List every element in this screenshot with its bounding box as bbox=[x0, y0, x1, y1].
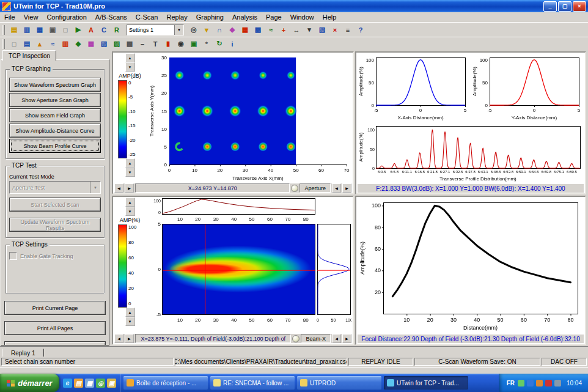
tray-icon-green[interactable] bbox=[518, 380, 524, 386]
save-project-icon[interactable]: ▥ bbox=[21, 24, 33, 35]
layout-icon[interactable]: ≡ bbox=[342, 24, 354, 35]
menu-analysis[interactable]: Analysis bbox=[228, 13, 262, 21]
tray-icon-blue[interactable] bbox=[527, 380, 534, 386]
menu-page[interactable]: Page bbox=[262, 13, 286, 21]
menu-view[interactable]: View bbox=[20, 13, 43, 21]
ie-icon[interactable]: e bbox=[63, 379, 72, 388]
start-button[interactable]: démarrer bbox=[0, 374, 59, 392]
surface-icon[interactable]: ▦ bbox=[85, 39, 97, 49]
scroll-down-button[interactable]: ▼ bbox=[125, 317, 135, 326]
show-waveform-spectrum-graph-button[interactable]: Show Waveform Spectrum Graph bbox=[9, 78, 101, 92]
text-tool-icon[interactable]: T bbox=[149, 39, 161, 49]
show-aperture-scan-graph-button[interactable]: Show Aperture Scan Graph bbox=[9, 93, 101, 107]
x-profile-canvas[interactable] bbox=[358, 54, 470, 122]
selector-prev-button[interactable]: ◀ bbox=[332, 334, 341, 343]
spectrum-icon[interactable]: ≈ bbox=[46, 39, 59, 49]
media-player-icon[interactable]: ◎ bbox=[96, 379, 105, 388]
chevron-down-icon[interactable]: ▼ bbox=[174, 25, 183, 35]
settings-combobox[interactable]: Settings 1▼ bbox=[127, 24, 184, 35]
export-image-icon[interactable]: ▣ bbox=[188, 39, 200, 49]
pan-right-button[interactable]: ▶ bbox=[125, 183, 134, 193]
info-icon[interactable]: i bbox=[226, 39, 238, 49]
open-project-icon[interactable]: ▤ bbox=[8, 24, 20, 35]
snapshot-icon[interactable]: ◉ bbox=[175, 39, 187, 49]
minimize-button[interactable]: _ bbox=[543, 1, 557, 12]
show-beam-field-graph-button[interactable]: Show Beam Field Graph bbox=[9, 108, 101, 122]
crosshair-icon[interactable]: + bbox=[277, 24, 290, 35]
settings-icon[interactable]: * bbox=[200, 39, 213, 49]
menu-graphing[interactable]: Graphing bbox=[192, 13, 228, 21]
save-all-icon[interactable]: ▦ bbox=[34, 24, 46, 35]
scroll-down-button[interactable]: ▼ bbox=[125, 207, 135, 216]
scroll-up-button[interactable]: ▲ bbox=[125, 198, 135, 207]
show-beam-profile-curve-button[interactable]: Show Beam Profile Curve bbox=[9, 139, 101, 153]
y-profile-canvas[interactable] bbox=[471, 54, 584, 122]
save-all-pages-as-images-button[interactable]: Save All Pages as Images bbox=[4, 341, 106, 346]
contour-icon[interactable]: ▧ bbox=[98, 39, 110, 49]
report-icon[interactable]: ▧ bbox=[316, 24, 328, 35]
marker-icon[interactable]: ▾ bbox=[303, 24, 315, 35]
menu-configuration[interactable]: Configuration bbox=[42, 13, 90, 21]
scroll-down-button[interactable]: ▼ bbox=[125, 168, 135, 177]
pan-icon[interactable]: ↔ bbox=[290, 24, 303, 35]
pan-right-button[interactable]: ▶ bbox=[125, 334, 134, 343]
c-scan-icon[interactable]: C bbox=[98, 24, 110, 35]
clock[interactable]: 10:04 bbox=[567, 380, 582, 386]
pan-left-button[interactable]: ◀ bbox=[114, 183, 123, 193]
update-waveform-spectrum-results-button[interactable]: Update Waveform Spectrum Results bbox=[9, 218, 101, 232]
task-snecma-mail[interactable]: RE: SNECMA - follow ... bbox=[210, 376, 295, 390]
menu-window[interactable]: Window bbox=[286, 13, 318, 21]
waveform-view-icon[interactable]: ≈ bbox=[265, 24, 277, 35]
show-desktop-icon[interactable]: ▦ bbox=[85, 379, 94, 388]
beam-profile-icon[interactable]: ◆ bbox=[72, 39, 84, 49]
scroll-up-button[interactable]: ▲ bbox=[125, 53, 135, 62]
maximize-button[interactable]: ▢ bbox=[558, 1, 571, 12]
chevron-down-icon[interactable]: ▼ bbox=[90, 182, 100, 193]
scroll-up-button[interactable]: ▲ bbox=[125, 158, 135, 168]
pan-left-button[interactable]: ◀ bbox=[114, 334, 123, 343]
cscan-view-icon[interactable]: ▦ bbox=[239, 24, 251, 35]
test-mode-select[interactable]: Aperture Test ▼ bbox=[9, 181, 101, 194]
mail-icon[interactable]: ▤ bbox=[74, 379, 83, 388]
tray-icon-gray[interactable] bbox=[554, 380, 561, 386]
a-scan-icon[interactable]: A bbox=[85, 24, 97, 35]
aperture-view-selector[interactable]: Aperture bbox=[300, 183, 331, 193]
print-current-page-button[interactable]: Print Current Page bbox=[4, 301, 106, 315]
grid-icon[interactable]: ▩ bbox=[123, 39, 136, 49]
tray-icon-orange[interactable] bbox=[536, 380, 543, 386]
folder-icon[interactable]: ▣ bbox=[107, 379, 116, 388]
menu-file[interactable]: File bbox=[0, 13, 20, 21]
show-amplitude-distance-curve-button[interactable]: Show Amplitude-Distance Curve bbox=[9, 124, 101, 138]
color-scale-icon[interactable]: ▮ bbox=[162, 39, 174, 49]
titlebar[interactable]: UTwin for TCP - Trad10M.pro _ ▢ × bbox=[0, 0, 588, 12]
palette-icon[interactable]: ◆ bbox=[226, 24, 238, 35]
tab-tcp-inspection[interactable]: TCP Inspection bbox=[2, 50, 56, 61]
histogram-icon[interactable]: ▥ bbox=[59, 39, 72, 49]
new-page-icon[interactable]: □ bbox=[8, 39, 20, 49]
print-all-pages-button[interactable]: Print All Pages bbox=[4, 321, 106, 335]
transverse-profile-canvas[interactable] bbox=[358, 124, 584, 183]
enable-gate-tracking-checkbox[interactable] bbox=[9, 252, 17, 260]
tray-icon-red[interactable] bbox=[545, 380, 552, 386]
gate-icon[interactable]: ∩ bbox=[213, 24, 226, 35]
print-icon[interactable]: ▣ bbox=[46, 24, 59, 35]
selector-prev-button[interactable]: ◀ bbox=[332, 183, 341, 193]
menu-help[interactable]: Help bbox=[318, 13, 341, 21]
scroll-down-button[interactable]: ▼ bbox=[125, 62, 135, 72]
filter-icon[interactable]: ▼ bbox=[200, 24, 213, 35]
language-indicator[interactable]: FR bbox=[507, 380, 515, 386]
selector-next-button[interactable]: ▶ bbox=[342, 183, 351, 193]
bscan-view-icon[interactable]: ▩ bbox=[252, 24, 264, 35]
menu-replay[interactable]: Replay bbox=[162, 13, 191, 21]
analysis-icon[interactable]: ▲ bbox=[34, 39, 46, 49]
beam-view-selector[interactable]: Beam-X bbox=[301, 334, 331, 343]
replay-icon[interactable]: R bbox=[111, 24, 123, 35]
task-utwin[interactable]: UTwin for TCP - Trad... bbox=[384, 376, 468, 390]
scroll-up-button[interactable]: ▲ bbox=[125, 308, 135, 317]
beam-field-canvas[interactable] bbox=[147, 197, 351, 333]
distance-curve-canvas[interactable] bbox=[358, 198, 584, 333]
play-icon[interactable]: ▶ bbox=[72, 24, 84, 35]
volume-view-icon[interactable]: ▨ bbox=[111, 39, 123, 49]
page-setup-icon[interactable]: □ bbox=[59, 24, 72, 35]
close-button[interactable]: × bbox=[573, 1, 586, 12]
